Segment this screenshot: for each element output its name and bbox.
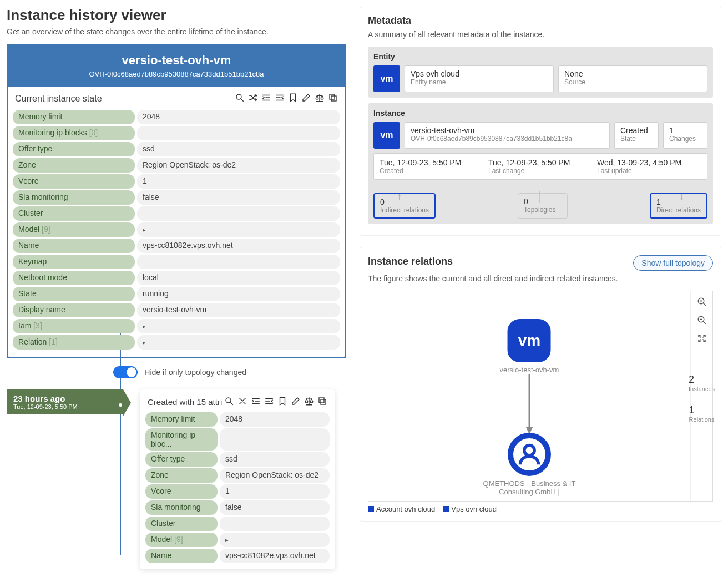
copy-icon[interactable] — [317, 396, 327, 408]
timestamp-box: Tue, 12-09-23, 5:50 PMCreated — [380, 158, 484, 175]
property-key: Zone — [145, 468, 218, 483]
property-row: Relation [1] — [13, 335, 340, 350]
current-instance-card: versio-test-ovh-vm OVH-0f0c68aed7b89cb95… — [7, 44, 346, 358]
property-key: Cluster — [13, 206, 135, 221]
property-value[interactable] — [137, 222, 340, 237]
property-row: Offer type ssd — [13, 142, 340, 156]
svg-point-0 — [236, 94, 241, 99]
count-box[interactable]: 0Indirect relations — [373, 193, 436, 219]
property-row: Zone Region OpenStack: os-de2 — [145, 468, 330, 483]
edit-icon[interactable] — [291, 396, 301, 408]
instances-label: Instances — [689, 386, 715, 392]
property-row: State running — [13, 287, 340, 301]
property-row: Monitoring ip blocks [0] — [13, 126, 340, 140]
count-box[interactable]: 1Direct relations — [650, 193, 707, 219]
property-key: Zone — [13, 158, 135, 173]
property-value: 2048 — [137, 110, 340, 124]
property-key: State — [13, 287, 135, 301]
bookmark-icon[interactable] — [288, 93, 298, 104]
page-subtitle: Get an overview of the state changes ove… — [7, 27, 346, 36]
edit-icon[interactable] — [301, 93, 311, 104]
property-key: Name — [13, 239, 135, 253]
property-key: Relation [1] — [13, 335, 135, 350]
property-value: ssd — [220, 452, 330, 467]
svg-point-8 — [524, 446, 534, 455]
search-icon[interactable] — [235, 93, 245, 104]
legend-item: Account ovh cloud — [368, 505, 435, 513]
scales-icon[interactable] — [304, 396, 314, 408]
svg-rect-4 — [321, 399, 326, 404]
property-key: Offer type — [145, 452, 218, 467]
property-value: false — [137, 190, 340, 205]
timeline-event-card: Created with 15 attri Memory limi — [140, 389, 335, 569]
property-value: 1 — [220, 484, 330, 499]
topology-node-instance[interactable]: vm versio-test-ovh-vm — [500, 319, 559, 374]
property-row: Cluster — [145, 517, 330, 531]
property-row: Offer type ssd — [145, 452, 330, 467]
scales-icon[interactable] — [315, 93, 325, 104]
entity-source: None — [564, 69, 701, 78]
property-value: Region OpenStack: os-de2 — [220, 468, 330, 483]
svg-point-3 — [226, 398, 231, 403]
relations-title: Instance relations — [368, 256, 453, 267]
property-row: Iam [3] — [13, 319, 340, 333]
search-icon[interactable] — [224, 396, 234, 408]
toggle-label: Hide if only topology changed — [144, 368, 246, 377]
property-value: false — [220, 500, 330, 515]
metadata-subtitle: A summary of all relevant metadata of th… — [368, 30, 713, 39]
metadata-title: Metadata — [368, 15, 713, 27]
property-key: Monitoring ip bloc... — [145, 428, 218, 451]
show-topology-button[interactable]: Show full topology — [633, 255, 713, 271]
entity-source-box: None Source — [558, 65, 707, 92]
relations-count: 1 — [689, 404, 715, 416]
indent-left-icon[interactable] — [261, 93, 271, 104]
svg-rect-2 — [330, 94, 335, 99]
entity-section-label: Entity — [373, 52, 707, 61]
fullscreen-icon[interactable] — [697, 333, 707, 345]
property-value — [137, 126, 340, 140]
property-key: Iam [3] — [13, 319, 135, 333]
shuffle-icon[interactable] — [248, 93, 258, 104]
property-value[interactable] — [220, 533, 330, 547]
topology-figure[interactable]: vm versio-test-ovh-vm QMETHODS - Busines… — [368, 291, 713, 502]
inst-changes-sub: Changes — [669, 135, 701, 143]
property-row: Sla monitoring false — [145, 500, 330, 515]
timestamp-box: Tue, 12-09-23, 5:50 PMLast change — [488, 158, 593, 175]
svg-rect-5 — [319, 398, 324, 403]
zoom-out-icon[interactable] — [697, 315, 707, 327]
indent-right-icon[interactable] — [264, 396, 274, 408]
indent-right-icon[interactable] — [275, 93, 285, 104]
shuffle-icon[interactable] — [237, 396, 247, 408]
metadata-panel: Metadata A summary of all relevant metad… — [360, 7, 721, 236]
hide-topology-toggle[interactable] — [113, 366, 138, 378]
entity-name-box: Vps ovh cloud Entity name — [405, 65, 554, 92]
property-row: Vcore 1 — [13, 174, 340, 189]
property-value[interactable] — [137, 319, 340, 333]
property-key: Keymap — [13, 255, 135, 269]
instance-name-box: versio-test-ovh-vm OVH-0f0c68aed7b89cb95… — [405, 122, 610, 149]
property-key: Memory limit — [145, 412, 218, 427]
inst-id: OVH-0f0c68aed7b89cb9530887ca733dd1b51bb2… — [411, 135, 604, 143]
topology-node-account[interactable]: QMETHODS - Business & IT Consulting GmbH… — [468, 433, 590, 496]
property-value[interactable] — [137, 335, 340, 350]
property-row: Model [9] — [13, 222, 340, 237]
entity-name-sub: Entity name — [411, 78, 548, 86]
timeline-dot — [117, 402, 124, 408]
timeline-badge: 23 hours ago Tue, 12-09-23, 5:50 PM — [7, 389, 123, 414]
relations-panel: Instance relations Show full topology Th… — [360, 247, 721, 522]
state-section-label: Current instance state — [15, 94, 102, 104]
indent-left-icon[interactable] — [251, 396, 261, 408]
timestamp-box: Wed, 13-09-23, 4:50 PMLast update — [597, 158, 701, 175]
property-value: 1 — [137, 174, 340, 189]
zoom-in-icon[interactable] — [697, 297, 707, 308]
property-key: Name — [145, 549, 218, 563]
property-value: Region OpenStack: os-de2 — [137, 158, 340, 173]
property-row: Keymap — [13, 255, 340, 269]
instance-state-box: Created State — [614, 122, 659, 149]
property-row: Name vps-cc81082e.vps.ovh.net — [145, 549, 330, 563]
property-value: running — [137, 287, 340, 301]
bookmark-icon[interactable] — [277, 396, 287, 408]
property-value — [220, 428, 330, 451]
property-key: Model [9] — [13, 222, 135, 237]
copy-icon[interactable] — [328, 93, 338, 104]
